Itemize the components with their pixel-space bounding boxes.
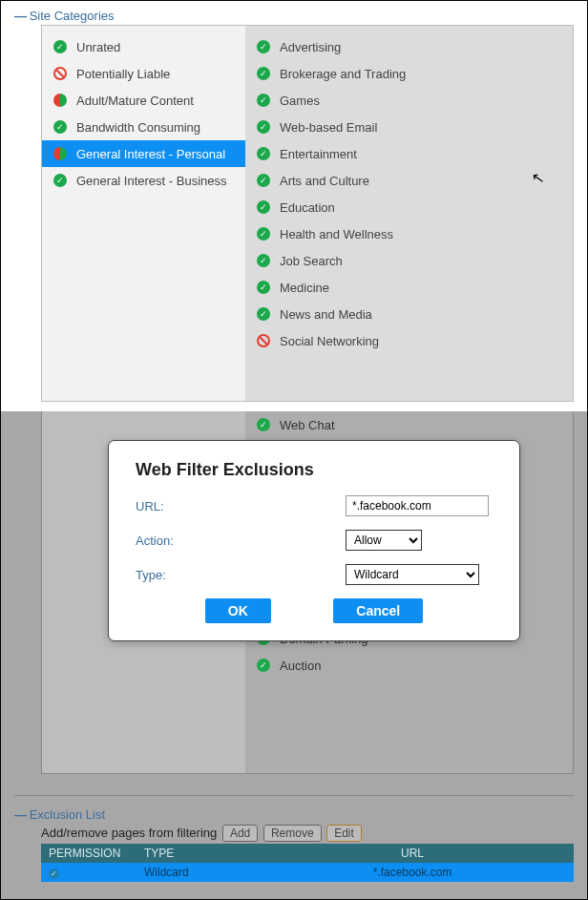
cancel-button[interactable]: Cancel	[333, 598, 423, 623]
row-url: *.facebook.com	[259, 866, 566, 879]
web-filter-exclusions-dialog: Web Filter Exclusions URL: Action: Allow…	[108, 440, 520, 641]
category-sub-item[interactable]: ✓Advertising	[245, 33, 573, 60]
type-label: Type:	[136, 568, 250, 582]
category-group-item[interactable]: ✓Bandwidth Consuming	[42, 114, 245, 140]
category-group-item[interactable]: ✓General Interest - Business	[42, 167, 245, 194]
category-label: Medicine	[280, 281, 329, 295]
allow-icon: ✓	[257, 147, 270, 160]
row-type: Wildcard	[144, 866, 259, 879]
category-label: Job Search	[280, 254, 343, 268]
allow-icon: ✓	[257, 40, 270, 53]
allow-icon: ✓	[257, 659, 270, 672]
col-permission: PERMISSION	[49, 847, 144, 860]
exclusion-list-label: Exclusion List	[30, 807, 105, 822]
category-label: Entertainment	[280, 147, 357, 161]
category-sub-item[interactable]: ✓News and Media	[245, 301, 573, 327]
type-select[interactable]: Wildcard	[346, 564, 479, 585]
allow-icon: ✓	[257, 307, 270, 321]
category-label: Health and Wellness	[280, 227, 393, 241]
dialog-title: Web Filter Exclusions	[136, 460, 493, 480]
category-label: Social Networking	[280, 334, 379, 348]
site-categories-header[interactable]: — Site Categories	[14, 9, 574, 23]
allow-icon: ✓	[257, 67, 270, 80]
category-sub-item[interactable]: ✓Games	[245, 87, 573, 114]
category-label: Auction	[280, 659, 321, 673]
category-label: Advertising	[280, 40, 341, 54]
url-label: URL:	[136, 499, 250, 513]
category-panel: ✓UnratedPotentially LiableAdult/Mature C…	[41, 25, 574, 402]
exclusion-list-header[interactable]: — Exclusion List	[14, 807, 574, 822]
allow-icon: ✓	[53, 40, 67, 53]
category-label: General Interest - Business	[76, 174, 227, 188]
category-label: Potentially Liable	[76, 67, 170, 81]
category-group-item[interactable]: ✓Unrated	[42, 33, 245, 60]
ok-button[interactable]: OK	[205, 598, 271, 623]
allow-icon: ✓	[257, 281, 270, 294]
allow-icon: ✓	[257, 94, 270, 107]
col-url: URL	[259, 847, 566, 860]
col-type: TYPE	[144, 847, 259, 860]
exclusion-table: PERMISSION TYPE URL ✓ Wildcard *.faceboo…	[41, 844, 574, 882]
category-label: Arts and Culture	[280, 174, 369, 188]
site-categories-label: Site Categories	[30, 9, 115, 23]
category-sub-item[interactable]: ✓Brokerage and Trading	[245, 60, 573, 87]
category-label: Bandwidth Consuming	[76, 120, 200, 135]
exclusion-hint: Add/remove pages from filtering	[41, 826, 217, 840]
category-label: Unrated	[76, 40, 120, 54]
collapse-icon[interactable]: —	[14, 9, 26, 23]
allow-icon: ✓	[49, 869, 59, 879]
action-label: Action:	[136, 534, 250, 548]
url-input[interactable]	[346, 495, 489, 516]
category-label: News and Media	[280, 307, 372, 322]
allow-icon: ✓	[53, 120, 67, 134]
category-group-list: ✓UnratedPotentially LiableAdult/Mature C…	[42, 26, 245, 401]
block-icon	[257, 334, 270, 347]
allow-icon: ✓	[257, 200, 270, 214]
mixed-icon	[53, 94, 67, 107]
category-sub-item[interactable]: ✓Health and Wellness	[245, 220, 573, 247]
allow-icon: ✓	[53, 174, 67, 187]
mixed-icon	[53, 147, 67, 160]
category-sub-item[interactable]: ✓Web-based Email	[245, 114, 573, 140]
remove-button[interactable]: Remove	[263, 825, 322, 842]
category-sub-item[interactable]: ✓Web Chat	[245, 411, 573, 438]
category-sub-list: ✓Advertising✓Brokerage and Trading✓Games…	[245, 26, 573, 401]
category-sub-item[interactable]: ✓Arts and Culture	[245, 167, 573, 194]
category-sub-item[interactable]: ✓Education	[245, 194, 573, 220]
allow-icon: ✓	[257, 254, 270, 267]
edit-button[interactable]: Edit	[326, 825, 362, 842]
category-sub-item[interactable]: ✓Entertainment	[245, 140, 573, 167]
category-sub-item[interactable]: ✓Medicine	[245, 274, 573, 301]
allow-icon: ✓	[257, 120, 270, 134]
allow-icon: ✓	[257, 174, 270, 187]
table-header: PERMISSION TYPE URL	[41, 844, 574, 863]
category-label: Education	[280, 200, 335, 215]
block-icon	[53, 67, 67, 80]
category-sub-item[interactable]: Social Networking	[245, 327, 573, 354]
row-permission: ✓	[49, 866, 144, 879]
collapse-icon[interactable]: —	[14, 807, 26, 822]
category-label: Web Chat	[280, 418, 335, 432]
category-group-item[interactable]: General Interest - Personal	[42, 140, 245, 167]
add-button[interactable]: Add	[222, 825, 258, 842]
category-group-item[interactable]: Adult/Mature Content	[42, 87, 245, 114]
category-label: Games	[280, 94, 320, 108]
allow-icon: ✓	[257, 227, 270, 241]
category-sub-item[interactable]: ✓Job Search	[245, 247, 573, 274]
action-select[interactable]: Allow	[346, 530, 422, 551]
table-row[interactable]: ✓ Wildcard *.facebook.com	[41, 863, 574, 882]
category-label: Brokerage and Trading	[280, 67, 406, 81]
category-group-item[interactable]: Potentially Liable	[42, 60, 245, 87]
category-sub-item[interactable]: ✓Auction	[245, 652, 573, 679]
category-label: General Interest - Personal	[76, 147, 225, 161]
allow-icon: ✓	[257, 418, 270, 431]
category-label: Adult/Mature Content	[76, 94, 194, 108]
category-label: Web-based Email	[280, 120, 377, 135]
